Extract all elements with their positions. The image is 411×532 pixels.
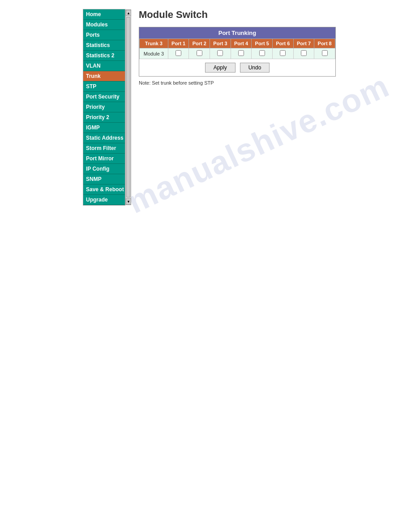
sidebar-item-ports[interactable]: Ports: [83, 30, 125, 40]
col-port7: Port 7: [293, 39, 314, 48]
main-content: Module Switch Port Trunking Trunk 3 Port…: [139, 9, 411, 86]
port-trunking-container: Port Trunking Trunk 3 Port 1 Port 2 Port…: [139, 27, 336, 77]
cell-port4: [231, 48, 252, 59]
sidebar-item-snmp[interactable]: SNMP: [83, 174, 125, 184]
sidebar-item-static-address[interactable]: Static Address: [83, 133, 125, 143]
checkbox-port8[interactable]: [322, 50, 328, 56]
cell-port1: [168, 48, 189, 59]
col-port6: Port 6: [273, 39, 294, 48]
sidebar: Home Modules Ports Statistics Statistics…: [83, 9, 125, 206]
sidebar-item-save-reboot[interactable]: Save & Reboot: [83, 184, 125, 195]
button-row: Apply Undo: [139, 59, 335, 76]
checkbox-port4[interactable]: [238, 50, 244, 56]
undo-button[interactable]: Undo: [240, 63, 270, 73]
sidebar-item-vlan[interactable]: VLAN: [83, 61, 125, 71]
sidebar-item-trunk[interactable]: Trunk: [83, 71, 125, 82]
cell-port3: [210, 48, 231, 59]
cell-port7: [293, 48, 314, 59]
sidebar-item-modules[interactable]: Modules: [83, 20, 125, 30]
col-port4: Port 4: [231, 39, 252, 48]
col-port5: Port 5: [252, 39, 273, 48]
sidebar-item-upgrade[interactable]: Upgrade: [83, 195, 125, 205]
sidebar-item-igmp[interactable]: IGMP: [83, 123, 125, 133]
sidebar-scrollbar[interactable]: ▲ ▼: [125, 9, 131, 205]
col-port2: Port 2: [189, 39, 210, 48]
checkbox-port2[interactable]: [197, 50, 202, 56]
cell-port6: [273, 48, 294, 59]
cell-port2: [189, 48, 210, 59]
cell-port8: [314, 48, 335, 59]
checkbox-port3[interactable]: [217, 50, 223, 56]
page-title: Module Switch: [139, 9, 411, 21]
sidebar-item-storm-filter[interactable]: Storm Filter: [83, 143, 125, 154]
port-trunking-table: Trunk 3 Port 1 Port 2 Port 3 Port 4 Port…: [139, 39, 335, 59]
sidebar-item-stp[interactable]: STP: [83, 82, 125, 92]
note-text: Note: Set trunk before setting STP: [139, 80, 411, 86]
checkbox-port1[interactable]: [176, 50, 181, 56]
sidebar-item-port-mirror[interactable]: Port Mirror: [83, 154, 125, 164]
sidebar-item-port-security[interactable]: Port Security: [83, 92, 125, 102]
checkbox-port7[interactable]: [301, 50, 307, 56]
cell-port5: [252, 48, 273, 59]
table-row: Module 3: [140, 48, 335, 59]
sidebar-item-statistics[interactable]: Statistics: [83, 40, 125, 51]
col-port1: Port 1: [168, 39, 189, 48]
port-trunking-header: Port Trunking: [139, 27, 335, 39]
checkbox-port5[interactable]: [259, 50, 265, 56]
sidebar-item-priority2[interactable]: Priority 2: [83, 112, 125, 123]
sidebar-item-priority[interactable]: Priority: [83, 102, 125, 112]
sidebar-item-home[interactable]: Home: [83, 9, 125, 20]
col-trunk3: Trunk 3: [140, 39, 168, 48]
checkbox-port6[interactable]: [280, 50, 286, 56]
scroll-up-arrow[interactable]: ▲: [126, 10, 131, 16]
apply-button[interactable]: Apply: [205, 63, 235, 73]
module-label: Module 3: [140, 48, 168, 59]
sidebar-item-ip-config[interactable]: IP Config: [83, 164, 125, 174]
scroll-down-arrow[interactable]: ▼: [126, 198, 131, 205]
col-port3: Port 3: [210, 39, 231, 48]
col-port8: Port 8: [314, 39, 335, 48]
sidebar-item-statistics2[interactable]: Statistics 2: [83, 51, 125, 61]
